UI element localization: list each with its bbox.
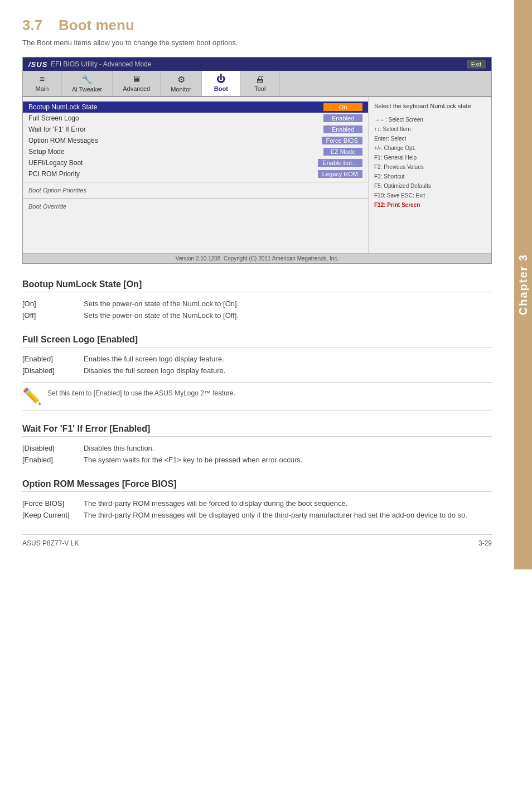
bios-mode-label: EFI BIOS Utility - Advanced Mode bbox=[51, 60, 151, 68]
key-f3: F3: Shortcut bbox=[374, 172, 486, 181]
bios-window: /SUS EFI BIOS Utility - Advanced Mode Ex… bbox=[22, 57, 492, 264]
bios-body: Bootup NumLock State On Full Screen Logo… bbox=[23, 97, 491, 253]
table-row: [Force BIOS] The third-party ROM message… bbox=[22, 497, 492, 509]
table-row: [Enabled] Enables the full screen logo d… bbox=[22, 353, 492, 365]
bios-title-left: /SUS EFI BIOS Utility - Advanced Mode bbox=[28, 60, 151, 69]
numlock-label: Bootup NumLock State bbox=[28, 103, 323, 111]
footer-right: 3-29 bbox=[478, 539, 492, 547]
boot-option-priorities-label: Boot Option Priorities bbox=[23, 185, 368, 196]
option-on: [On] bbox=[22, 298, 84, 310]
setup-mode-label: Setup Mode bbox=[28, 148, 323, 156]
nav-monitor-label: Monitor bbox=[171, 86, 191, 93]
key-f12: F12: Print Screen bbox=[374, 200, 486, 210]
key-f5: F5: Optimized Defaults bbox=[374, 181, 486, 191]
boot-icon: ⏻ bbox=[216, 74, 225, 84]
key-change-opt: +/-: Change Opt. bbox=[374, 143, 486, 153]
main-icon: ≡ bbox=[40, 74, 45, 84]
boot-override-label: Boot Override bbox=[23, 201, 368, 212]
ai-tweaker-icon: 🔧 bbox=[81, 74, 93, 85]
desc-disabled: Disables this function. bbox=[84, 442, 492, 454]
advanced-icon: 🖥 bbox=[132, 74, 141, 84]
nav-ai-tweaker-label: Ai Tweaker bbox=[72, 86, 102, 93]
note-icon: ✏️ bbox=[22, 387, 42, 405]
section-wait-f1: Wait For 'F1' If Error [Enabled] [Disabl… bbox=[22, 424, 492, 466]
bios-row-pci-rom[interactable]: PCI ROM Priority Legacy ROM bbox=[23, 168, 368, 180]
full-screen-logo-value: Enabled bbox=[323, 114, 362, 122]
page-footer: ASUS P8Z77-V LK 3-29 bbox=[22, 534, 492, 547]
bios-row-uefi-legacy[interactable]: UEFI/Legacy Boot Enable bot… bbox=[23, 157, 368, 168]
bios-row-full-screen-logo[interactable]: Full Screen Logo Enabled bbox=[23, 113, 368, 124]
numlock-value: On bbox=[323, 103, 362, 111]
bios-row-setup-mode[interactable]: Setup Mode EZ Mode bbox=[23, 146, 368, 157]
nav-monitor[interactable]: ⚙ Monitor bbox=[161, 71, 202, 96]
nav-main[interactable]: ≡ Main bbox=[23, 71, 62, 96]
bios-footer: Version 2.10.1208. Copyright (C) 2011 Am… bbox=[23, 253, 491, 263]
key-f1: F1: General Help bbox=[374, 153, 486, 162]
note-text: Set this item to [Enabled] to use the AS… bbox=[47, 387, 235, 397]
bios-navbar: ≡ Main 🔧 Ai Tweaker 🖥 Advanced ⚙ Monitor… bbox=[23, 71, 491, 97]
heading-option-rom: Option ROM Messages [Force BIOS] bbox=[22, 479, 492, 492]
asus-logo: /SUS bbox=[28, 60, 47, 69]
footer-left: ASUS P8Z77-V LK bbox=[22, 539, 79, 547]
section-title-text: Boot menu bbox=[59, 17, 134, 33]
bios-key-guide: →←: Select Screen ↑↓: Select Item Enter:… bbox=[374, 115, 486, 210]
nav-tool[interactable]: 🖨 Tool bbox=[241, 71, 280, 96]
uefi-legacy-value: Enable bot… bbox=[318, 159, 362, 167]
option-disabled: [Disabled] bbox=[22, 442, 84, 454]
setup-mode-value: EZ Mode bbox=[323, 148, 362, 156]
key-select-screen: →←: Select Screen bbox=[374, 115, 486, 124]
tool-icon: 🖨 bbox=[255, 74, 264, 84]
nav-boot-label: Boot bbox=[214, 85, 228, 92]
desc-disabled: Disables the full screen logo display fe… bbox=[84, 365, 492, 376]
bios-settings-panel: Bootup NumLock State On Full Screen Logo… bbox=[23, 97, 369, 253]
heading-bootup-numlock: Bootup NumLock State [On] bbox=[22, 279, 492, 292]
desc-enabled: The system waits for the <F1> key to be … bbox=[84, 454, 492, 466]
option-off: [Off] bbox=[22, 310, 84, 321]
bios-help-text: Select the keyboard NumLock state bbox=[374, 103, 486, 109]
table-wait-f1: [Disabled] Disables this function. [Enab… bbox=[22, 442, 492, 466]
section-full-screen-logo: Full Screen Logo [Enabled] [Enabled] Ena… bbox=[22, 335, 492, 410]
note-box: ✏️ Set this item to [Enabled] to use the… bbox=[22, 382, 492, 410]
section-heading: 3.7 Boot menu The Boot menu items allow … bbox=[22, 17, 492, 47]
table-row: [Keep Current] The third-party ROM messa… bbox=[22, 509, 492, 521]
table-full-screen-logo: [Enabled] Enables the full screen logo d… bbox=[22, 353, 492, 376]
section-bootup-numlock: Bootup NumLock State [On] [On] Sets the … bbox=[22, 279, 492, 321]
table-row: [Off] Sets the power-on state of the Num… bbox=[22, 310, 492, 321]
desc-keep-current: The third-party ROM messages will be dis… bbox=[84, 509, 492, 521]
table-row: [Disabled] Disables this function. bbox=[22, 442, 492, 454]
bios-row-numlock[interactable]: Bootup NumLock State On bbox=[23, 102, 368, 113]
option-enabled: [Enabled] bbox=[22, 454, 84, 466]
nav-advanced-label: Advanced bbox=[123, 85, 150, 92]
option-disabled: [Disabled] bbox=[22, 365, 84, 376]
option-keep-current: [Keep Current] bbox=[22, 509, 84, 521]
chapter-tab: Chapter 3 bbox=[514, 0, 532, 569]
nav-advanced[interactable]: 🖥 Advanced bbox=[113, 71, 161, 96]
option-rom-value: Force BIOS bbox=[322, 137, 362, 144]
wait-f1-label: Wait for 'F1' If Error bbox=[28, 125, 323, 133]
pci-rom-label: PCI ROM Priority bbox=[28, 170, 318, 178]
section-subtitle: The Boot menu items allow you to change … bbox=[22, 38, 492, 47]
key-f10: F10: Save ESC: Exit bbox=[374, 191, 486, 200]
bios-row-option-rom[interactable]: Option ROM Messages Force BIOS bbox=[23, 135, 368, 146]
table-row: [Disabled] Disables the full screen logo… bbox=[22, 365, 492, 376]
heading-wait-f1: Wait For 'F1' If Error [Enabled] bbox=[22, 424, 492, 437]
table-row: [Enabled] The system waits for the <F1> … bbox=[22, 454, 492, 466]
desc-force-bios: The third-party ROM messages will be for… bbox=[84, 497, 492, 509]
table-option-rom: [Force BIOS] The third-party ROM message… bbox=[22, 497, 492, 521]
nav-ai-tweaker[interactable]: 🔧 Ai Tweaker bbox=[62, 71, 113, 96]
heading-full-screen-logo: Full Screen Logo [Enabled] bbox=[22, 335, 492, 347]
chapter-label: Chapter 3 bbox=[517, 254, 530, 315]
section-option-rom: Option ROM Messages [Force BIOS] [Force … bbox=[22, 479, 492, 521]
nav-tool-label: Tool bbox=[254, 85, 265, 92]
bios-exit-button[interactable]: Exit bbox=[467, 60, 486, 69]
desc-off: Sets the power-on state of the NumLock t… bbox=[84, 310, 492, 321]
full-screen-logo-label: Full Screen Logo bbox=[28, 114, 323, 122]
option-enabled: [Enabled] bbox=[22, 353, 84, 365]
table-bootup-numlock: [On] Sets the power-on state of the NumL… bbox=[22, 298, 492, 321]
table-row: [On] Sets the power-on state of the NumL… bbox=[22, 298, 492, 310]
desc-on: Sets the power-on state of the NumLock t… bbox=[84, 298, 492, 310]
desc-enabled: Enables the full screen logo display fea… bbox=[84, 353, 492, 365]
bios-row-wait-f1[interactable]: Wait for 'F1' If Error Enabled bbox=[23, 124, 368, 135]
key-enter: Enter: Select bbox=[374, 134, 486, 143]
nav-boot[interactable]: ⏻ Boot bbox=[202, 71, 241, 96]
